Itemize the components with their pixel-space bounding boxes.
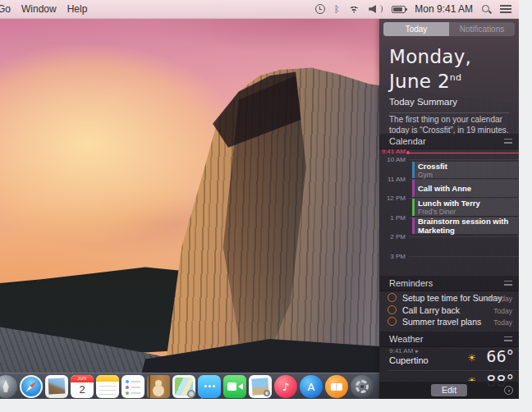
dock-facetime-icon[interactable] [223, 375, 246, 398]
reminder-checkbox[interactable] [388, 293, 397, 302]
reminder-due: Yesterday [482, 295, 513, 303]
event-color-bar [412, 162, 415, 178]
reminder-due: Today [493, 307, 512, 315]
dock-notes-icon[interactable] [96, 375, 119, 398]
date-weekday: Monday, [389, 46, 471, 67]
tab-today[interactable]: Today [383, 22, 449, 36]
hour-label: 2 PM [379, 233, 406, 240]
dock-itunes-icon[interactable]: ♪ [274, 375, 297, 398]
event-color-bar [412, 217, 415, 234]
dock-app-store-icon[interactable]: A [300, 375, 323, 398]
event-title: Lunch with Terry [418, 199, 518, 208]
weather-section-header[interactable]: Weather [379, 331, 519, 347]
weather-city: Cupertino [389, 355, 429, 365]
calendar-event-brainstorm[interactable]: Brainstorm session with Marketing [412, 217, 518, 234]
hour-label: 1 PM [379, 214, 406, 222]
menu-bar-menus: Go Window Help [0, 3, 87, 15]
menu-bar: Go Window Help ᛒ Mon 9:41 AM [0, 0, 519, 19]
dock-safari-icon[interactable] [20, 375, 43, 398]
dock-calendar-icon[interactable]: JUN 2 [71, 375, 94, 398]
calendar-event-crossfit[interactable]: Crossfit Gym [412, 162, 518, 178]
dock-messages-icon[interactable] [198, 375, 221, 398]
reminders-section-title: Reminders [389, 278, 433, 288]
reminder-row: Summer travel plans Today [379, 316, 519, 327]
event-color-bar [412, 180, 415, 197]
time-machine-icon[interactable] [315, 4, 325, 14]
reminder-label: Call Larry back [402, 305, 460, 315]
calendar-section-title: Calendar [389, 136, 426, 146]
menu-go[interactable]: Go [0, 3, 11, 15]
hour-label: 11 AM [379, 176, 406, 183]
sun-icon: ☀ [467, 352, 476, 364]
desktop: Go Window Help ᛒ Mon 9:41 AM JUN 2 [0, 0, 519, 399]
calendar-more-icon[interactable] [504, 139, 512, 144]
reminder-row: Setup tee time for Sunday Yesterday [379, 292, 519, 304]
gear-icon[interactable] [504, 386, 513, 395]
menu-help[interactable]: Help [67, 3, 88, 15]
dock-mail-icon[interactable] [45, 375, 68, 398]
dock-calendar-day: 2 [71, 382, 94, 398]
tab-notifications[interactable]: Notifications [449, 22, 515, 36]
reminder-checkbox[interactable] [388, 317, 397, 326]
battery-icon[interactable] [392, 6, 406, 13]
weather-more-icon[interactable] [504, 336, 512, 342]
hour-gridline [409, 159, 519, 160]
weather-section-title: Weather [389, 334, 423, 344]
date-heading: Monday, June 2nd [389, 46, 471, 92]
today-notifications-tabs: Today Notifications [383, 22, 515, 36]
calendar-timeline: 9:41 AM 10 AM 11 AM 12 PM 1 PM 2 PM 3 PM… [379, 148, 519, 275]
dock-maps-icon[interactable] [172, 375, 195, 398]
event-subtitle: Gym [418, 171, 518, 179]
app-store-letter: A [300, 375, 323, 398]
weather-updated-time: 9:41 AM [389, 347, 419, 355]
dock-calendar-month: JUN [71, 375, 94, 382]
calendar-section-header[interactable]: Calendar [379, 133, 519, 149]
bluetooth-icon[interactable]: ᛒ [334, 5, 340, 14]
event-subtitle: Fred’s Diner [418, 208, 518, 216]
dock-ibooks-icon[interactable] [325, 375, 348, 398]
menu-bar-clock[interactable]: Mon 9:41 AM [415, 3, 473, 15]
dock-reminders-icon[interactable] [122, 375, 144, 398]
volume-icon[interactable] [369, 5, 383, 13]
menu-bar-status: ᛒ Mon 9:41 AM [315, 3, 519, 15]
hour-label: 12 PM [379, 195, 406, 202]
menu-window[interactable]: Window [21, 3, 57, 15]
edit-button[interactable]: Edit [431, 384, 467, 396]
music-note-icon: ♪ [274, 375, 297, 398]
reminders-section-header[interactable]: Reminders [379, 275, 519, 291]
hour-gridline [409, 256, 519, 257]
date-ordinal: nd [450, 72, 462, 83]
notification-center-footer: Edit [379, 381, 519, 399]
reminders-more-icon[interactable] [504, 281, 512, 286]
weather-temperature: 66° [486, 347, 514, 365]
today-summary-title: Today Summary [389, 97, 509, 113]
dock-system-preferences-icon[interactable] [351, 375, 374, 398]
reminder-checkbox[interactable] [388, 305, 397, 314]
calendar-event-call-with-anne[interactable]: Call with Anne [412, 180, 518, 197]
hour-label: 10 AM [379, 156, 406, 163]
current-time-line [408, 153, 519, 153]
weather-row-cupertino[interactable]: 9:41 AM Cupertino ☀ 66° [379, 346, 519, 370]
reminder-due: Today [493, 318, 512, 327]
weather-divider [388, 370, 519, 371]
hour-label: 3 PM [379, 253, 406, 260]
event-title: Crossfit [418, 162, 518, 171]
hour-gridline [409, 236, 519, 237]
dock-preview-icon[interactable] [249, 375, 272, 398]
calendar-event-lunch-with-terry[interactable]: Lunch with Terry Fred’s Diner [412, 199, 518, 216]
location-arrow-icon [415, 349, 420, 353]
wifi-icon[interactable] [348, 5, 360, 13]
spotlight-icon[interactable] [482, 5, 491, 14]
current-time-label: 9:41 AM [379, 148, 406, 155]
notification-center-panel: Today Notifications Monday, June 2nd Tod… [379, 18, 519, 399]
dock-contacts-icon[interactable] [147, 375, 170, 398]
dock-launchpad-icon[interactable] [0, 375, 17, 398]
reminder-label: Summer travel plans [402, 317, 481, 327]
event-title: Call with Anne [418, 184, 518, 193]
date-line: June 2nd [389, 67, 471, 92]
reminder-row: Call Larry back Today [379, 304, 519, 316]
notification-center-icon[interactable] [500, 5, 511, 13]
dock-icons: JUN 2 ♪ A [0, 375, 374, 398]
event-title: Brainstorm session with Marketing [418, 217, 518, 235]
event-color-bar [412, 199, 415, 216]
